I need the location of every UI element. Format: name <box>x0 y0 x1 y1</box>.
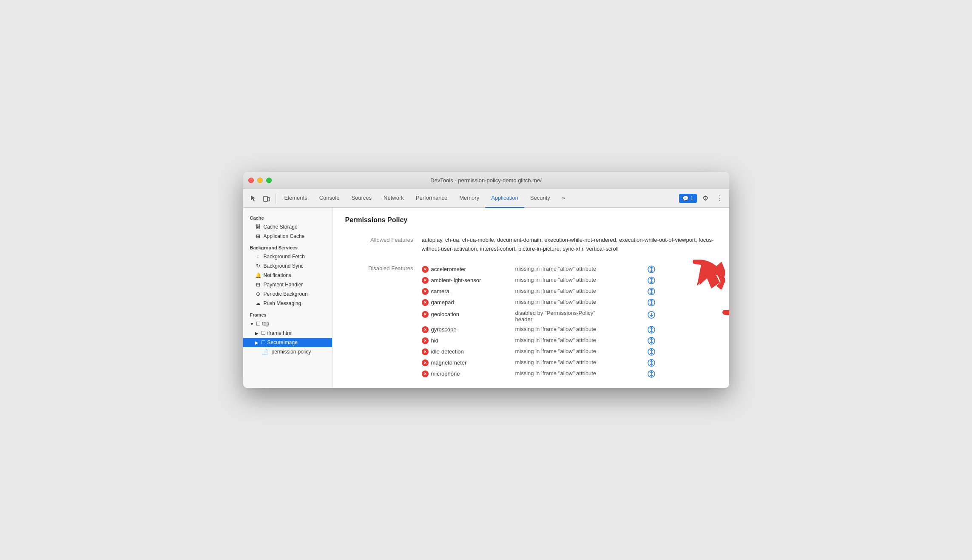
code-link-gamepad[interactable] <box>643 299 660 306</box>
svg-marker-4 <box>716 276 725 289</box>
sync-icon: ↻ <box>255 263 261 269</box>
allowed-value: autoplay, ch-ua, ch-ua-mobile, document-… <box>422 236 716 254</box>
sidebar-item-background-fetch[interactable]: ↕ Background Fetch <box>243 252 332 261</box>
feature-name-gyroscope: gyroscope <box>422 326 515 333</box>
allowed-features-row: Allowed Features autoplay, ch-ua, ch-ua-… <box>345 232 716 257</box>
titlebar: DevTools - permission-policy-demo.glitch… <box>243 172 729 189</box>
disabled-label: Disabled Features <box>345 264 413 272</box>
tab-sources[interactable]: Sources <box>345 189 378 208</box>
window-title: DevTools - permission-policy-demo.glitch… <box>430 177 542 184</box>
sidebar-item-periodic-background[interactable]: ⊙ Periodic Backgroun <box>243 289 332 299</box>
feature-row-magnetometer: magnetometer missing in iframe "allow" a… <box>422 357 716 368</box>
sidebar-item-background-sync[interactable]: ↻ Background Sync <box>243 261 332 271</box>
clock-icon: ⊙ <box>255 291 261 297</box>
tab-memory[interactable]: Memory <box>453 189 485 208</box>
file-icon: 📄 <box>262 349 268 355</box>
maximize-button[interactable] <box>266 178 272 183</box>
background-sync-label: Background Sync <box>264 263 304 269</box>
messages-badge-button[interactable]: 💬 1 <box>679 194 697 203</box>
code-link-camera[interactable] <box>643 288 660 295</box>
chevron-down-icon-2: ▶ <box>255 340 259 345</box>
code-link-gyroscope[interactable] <box>643 326 660 334</box>
sidebar-item-push-messaging[interactable]: ☁ Push Messaging <box>243 299 332 308</box>
chevron-right-icon: ▶ <box>255 331 259 336</box>
periodic-background-label: Periodic Backgroun <box>264 291 308 297</box>
svg-rect-1 <box>267 198 270 201</box>
frame-icon-iframe: ☐ <box>261 330 266 336</box>
allowed-label: Allowed Features <box>345 236 413 243</box>
panel-title: Permissions Policy <box>345 216 716 224</box>
svg-rect-0 <box>264 196 267 201</box>
tab-performance[interactable]: Performance <box>410 189 453 208</box>
feature-name-hid: hid <box>422 337 515 344</box>
code-link-hid[interactable] <box>643 337 660 345</box>
devtools-body: Cache 🗄 Cache Storage ⊞ Application Cach… <box>243 208 729 388</box>
cloud-icon: ☁ <box>255 300 261 306</box>
tab-security[interactable]: Security <box>524 189 556 208</box>
sidebar-item-cache-storage[interactable]: 🗄 Cache Storage <box>243 222 332 232</box>
code-link-microphone[interactable] <box>643 370 660 378</box>
sidebar-item-payment-handler[interactable]: ⊟ Payment Handler <box>243 280 332 289</box>
disabled-features-section: Disabled Features <box>345 264 716 379</box>
more-options-button[interactable]: ⋮ <box>714 192 726 204</box>
close-button[interactable] <box>248 178 254 183</box>
payment-handler-label: Payment Handler <box>264 282 303 288</box>
chevron-down-icon: ▼ <box>250 322 254 326</box>
error-icon-gamepad <box>422 299 429 306</box>
frame-secure-image[interactable]: ▶ ☐ SecureImage <box>243 338 332 347</box>
frame-iframe-html[interactable]: ▶ ☐ iframe.html <box>243 328 332 338</box>
feature-name-microphone: microphone <box>422 370 515 377</box>
background-fetch-label: Background Fetch <box>264 254 305 260</box>
database-icon: 🗄 <box>255 224 261 230</box>
badge-count: 1 <box>691 195 693 201</box>
code-link-accelerometer[interactable] <box>643 266 660 273</box>
frame-secure-label: SecureImage <box>267 339 298 345</box>
feature-row-accelerometer: accelerometer missing in iframe "allow" … <box>422 264 716 275</box>
error-icon-microphone <box>422 371 429 377</box>
disabled-label-text: Disabled Features <box>368 265 413 272</box>
frame-top[interactable]: ▼ ☐ top <box>243 319 332 328</box>
minimize-button[interactable] <box>257 178 263 183</box>
toolbar-right: 💬 1 ⚙ ⋮ <box>679 192 726 204</box>
sidebar-item-application-cache[interactable]: ⊞ Application Cache <box>243 232 332 241</box>
background-services-section-label: Background Services <box>243 241 332 252</box>
payment-icon: ⊟ <box>255 282 261 288</box>
error-icon-camera <box>422 288 429 295</box>
device-toggle-button[interactable] <box>260 192 273 205</box>
tab-more[interactable]: » <box>556 189 571 208</box>
settings-gear-button[interactable]: ⚙ <box>699 192 711 204</box>
main-panel: Permissions Policy Allowed Features auto… <box>333 208 729 388</box>
tab-network[interactable]: Network <box>378 189 410 208</box>
code-link-geolocation[interactable] <box>643 310 660 319</box>
chat-icon: 💬 <box>682 195 689 201</box>
devtools-tabs: Elements Console Sources Network Perform… <box>279 189 678 208</box>
feature-row-idle: idle-detection missing in iframe "allow"… <box>422 346 716 357</box>
feature-row-gyroscope: gyroscope missing in iframe "allow" attr… <box>422 324 716 335</box>
feature-row-ambient: ambient-light-sensor missing in iframe "… <box>422 275 716 286</box>
error-icon-hid <box>422 337 429 344</box>
bell-icon: 🔔 <box>255 272 261 278</box>
toolbar-separator-1 <box>276 193 276 204</box>
tab-console[interactable]: Console <box>313 189 346 208</box>
code-link-magnetometer[interactable] <box>643 359 660 367</box>
feature-name-gamepad: gamepad <box>422 299 515 306</box>
browser-window: DevTools - permission-policy-demo.glitch… <box>243 172 729 388</box>
error-icon-magnetometer <box>422 359 429 366</box>
code-link-ambient[interactable] <box>643 277 660 284</box>
tab-elements[interactable]: Elements <box>279 189 313 208</box>
disabled-features-list: accelerometer missing in iframe "allow" … <box>422 264 716 379</box>
traffic-lights <box>248 178 272 183</box>
frames-section-label: Frames <box>243 308 332 319</box>
cursor-icon-button[interactable] <box>247 192 259 205</box>
devtools-toolbar: Elements Console Sources Network Perform… <box>243 189 729 208</box>
frame-permission-policy[interactable]: 📄 permission-policy <box>243 347 332 356</box>
feature-row-hid: hid missing in iframe "allow" attribute <box>422 335 716 346</box>
tab-application[interactable]: Application <box>485 189 524 208</box>
fetch-icon: ↕ <box>255 254 261 260</box>
feature-name-magnetometer: magnetometer <box>422 359 515 366</box>
code-link-idle[interactable] <box>643 348 660 356</box>
cache-storage-label: Cache Storage <box>264 224 298 230</box>
feature-name-ambient: ambient-light-sensor <box>422 277 515 284</box>
sidebar: Cache 🗄 Cache Storage ⊞ Application Cach… <box>243 208 333 388</box>
sidebar-item-notifications[interactable]: 🔔 Notifications <box>243 271 332 280</box>
